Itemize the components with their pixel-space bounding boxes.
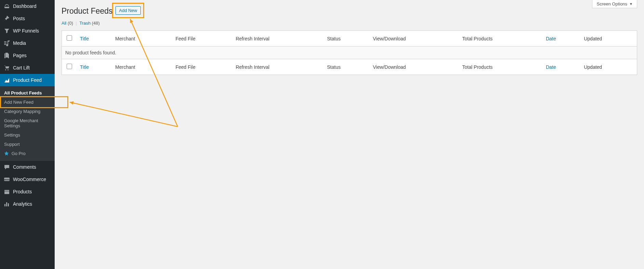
filter-all-link[interactable]: All <box>61 21 66 26</box>
screen-options-label: Screen Options <box>597 1 627 7</box>
col-refresh-interval-foot: Refresh Interval <box>232 59 324 75</box>
funnel-icon <box>3 27 10 34</box>
col-feed-file-foot: Feed File <box>172 59 232 75</box>
admin-sidebar: Dashboard Posts WP Funnels Media Pages C… <box>0 0 55 269</box>
col-title[interactable]: Title <box>77 31 112 47</box>
table-footer-row: Title Merchant Feed File Refresh Interva… <box>62 59 637 75</box>
sidebar-item-woocommerce[interactable]: woo WooCommerce <box>0 173 55 185</box>
sidebar-item-label: Cart Lift <box>13 65 30 71</box>
add-new-button[interactable]: Add New <box>115 6 141 15</box>
sidebar-item-label: Products <box>13 189 32 194</box>
select-all-checkbox-bottom[interactable] <box>67 64 72 69</box>
submenu-item-label: Go Pro <box>12 151 26 156</box>
col-updated: Updated <box>580 31 637 47</box>
sidebar-item-label: Media <box>13 40 26 46</box>
select-all-checkbox-top[interactable] <box>67 35 72 41</box>
dashboard-icon <box>3 3 10 10</box>
col-status-foot: Status <box>324 59 369 75</box>
sidebar-submenu-product-feed: All Product Feeds Add New Feed Category … <box>0 86 55 161</box>
sidebar-item-dashboard[interactable]: Dashboard <box>0 0 55 12</box>
col-total-products-foot: Total Products <box>459 59 543 75</box>
sidebar-item-posts[interactable]: Posts <box>0 12 55 25</box>
sidebar-item-label: Product Feed <box>13 77 42 83</box>
sidebar-item-product-feed[interactable]: Product Feed <box>0 74 55 86</box>
col-date[interactable]: Date <box>543 31 581 47</box>
submenu-item-all-product-feeds[interactable]: All Product Feeds <box>0 88 55 98</box>
cart-icon <box>3 64 10 71</box>
sidebar-item-pages[interactable]: Pages <box>0 49 55 62</box>
sidebar-item-comments[interactable]: Comments <box>0 161 55 173</box>
submenu-item-go-pro[interactable]: Go Pro <box>0 149 55 159</box>
submenu-item-category-mapping[interactable]: Category Mapping <box>0 107 55 116</box>
analytics-icon <box>3 201 10 207</box>
chart-icon <box>3 77 10 84</box>
chevron-down-icon: ▼ <box>629 2 633 6</box>
submenu-item-add-new-feed[interactable]: Add New Feed <box>0 98 55 107</box>
sidebar-item-label: Comments <box>13 164 36 170</box>
sidebar-item-label: WP Funnels <box>13 28 39 34</box>
sidebar-item-analytics[interactable]: Analytics <box>0 198 55 210</box>
col-feed-file: Feed File <box>172 31 232 47</box>
page-title: Product Feeds <box>61 3 113 17</box>
sidebar-item-label: Pages <box>13 53 27 58</box>
sidebar-item-label: Posts <box>13 16 25 21</box>
pin-icon <box>3 15 10 22</box>
submenu-item-google-merchant-settings[interactable]: Google Merchant Settings <box>0 116 55 130</box>
sidebar-item-products[interactable]: Products <box>0 185 55 198</box>
list-filters: All (0) | Trash (48) <box>61 21 637 26</box>
col-refresh-interval: Refresh Interval <box>232 31 324 47</box>
col-view-download: View/Download <box>370 31 459 47</box>
table-empty-row: No product feeds found. <box>62 47 637 59</box>
comment-icon <box>3 164 10 170</box>
col-merchant: Merchant <box>112 31 172 47</box>
col-merchant-foot: Merchant <box>112 59 172 75</box>
svg-text:woo: woo <box>4 178 10 181</box>
sidebar-item-label: Dashboard <box>13 3 37 9</box>
submenu-item-settings[interactable]: Settings <box>0 130 55 140</box>
col-total-products: Total Products <box>459 31 543 47</box>
woocommerce-icon: woo <box>3 176 10 183</box>
products-icon <box>3 188 10 195</box>
sidebar-item-label: WooCommerce <box>13 177 46 182</box>
col-title-foot[interactable]: Title <box>77 59 112 75</box>
filter-trash-link[interactable]: Trash <box>79 21 91 26</box>
star-icon <box>4 151 9 157</box>
filter-trash-count: (48) <box>92 21 100 26</box>
product-feeds-table: Title Merchant Feed File Refresh Interva… <box>61 30 637 75</box>
screen-options-toggle[interactable]: Screen Options ▼ <box>592 0 637 8</box>
submenu-item-support[interactable]: Support <box>0 140 55 149</box>
sidebar-item-media[interactable]: Media <box>0 37 55 49</box>
col-date-foot[interactable]: Date <box>543 59 581 75</box>
sidebar-item-cartlift[interactable]: Cart Lift <box>0 62 55 74</box>
table-header-row: Title Merchant Feed File Refresh Interva… <box>62 31 637 47</box>
filter-separator: | <box>76 21 77 26</box>
col-status: Status <box>324 31 369 47</box>
main-content: Screen Options ▼ Product Feeds Add New A… <box>55 0 644 269</box>
table-empty-message: No product feeds found. <box>62 47 637 59</box>
sidebar-item-wpfunnels[interactable]: WP Funnels <box>0 25 55 37</box>
pages-icon <box>3 52 10 59</box>
col-view-download-foot: View/Download <box>370 59 459 75</box>
sidebar-item-label: Analytics <box>13 201 32 207</box>
filter-all-count: (0) <box>68 21 73 26</box>
media-icon <box>3 40 10 47</box>
col-updated-foot: Updated <box>580 59 637 75</box>
